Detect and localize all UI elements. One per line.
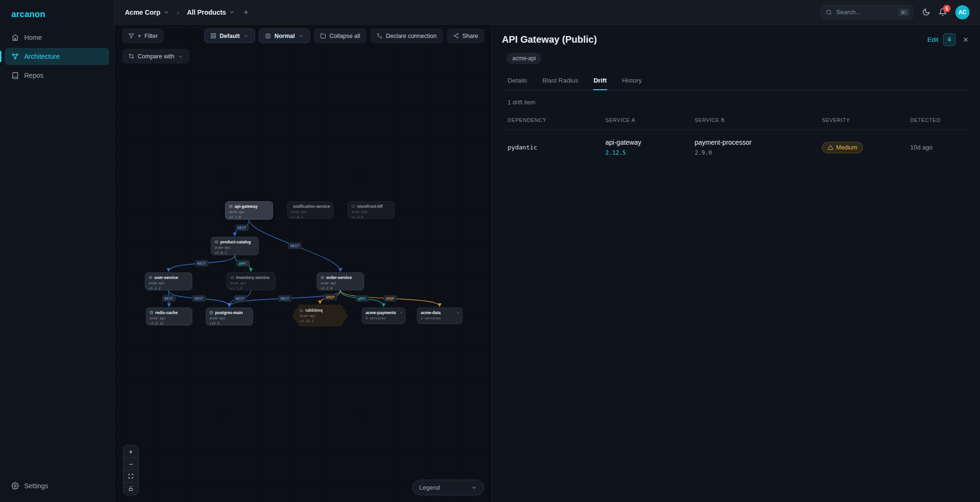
node-rabbitmq[interactable]: rabbitmqacme-apiv3.12.1 (292, 305, 348, 326)
warning-icon (828, 145, 833, 150)
node-inventory-service[interactable]: inventory-serviceacme-apiv1.1.0 (226, 272, 275, 290)
edge-label-api-gateway-product-catalog[interactable]: REST (235, 225, 248, 231)
zoom-in-button[interactable]: + (123, 446, 138, 458)
sidebar-item-architecture[interactable]: Architecture (5, 48, 109, 65)
plus-icon: + (138, 33, 141, 39)
edge-label-order-service-rabbitmq[interactable]: AMQP (323, 294, 337, 300)
close-panel-button[interactable]: ✕ (961, 34, 971, 46)
breadcrumb-org[interactable]: Acme Corp (125, 9, 170, 16)
database-icon (150, 311, 153, 315)
notifications-button[interactable]: 5 (939, 8, 947, 16)
node-postgres-main[interactable]: postgres-mainacme-apiv15.3 (206, 307, 253, 325)
chevron-right-icon: › (400, 310, 402, 315)
node-acme-payments[interactable]: acme-payments›2 services (362, 307, 405, 324)
edge-label-inventory-service-postgres-main[interactable]: REST (234, 296, 247, 302)
avatar[interactable]: AC (955, 5, 970, 19)
severity-cell: Medium (822, 142, 910, 153)
search-input[interactable] (836, 9, 895, 16)
search-bar[interactable]: ⌘/ (820, 5, 914, 19)
breadcrumb-org-label: Acme Corp (125, 9, 160, 16)
dependency-cell: pydantic (508, 144, 605, 151)
edge-label-product-catalog-inventory-service[interactable]: gRPC (236, 260, 249, 267)
edge-label-order-service-acme-payments[interactable]: gRPC (355, 296, 368, 302)
edge-label-api-gateway-order-service[interactable]: REST (288, 242, 302, 249)
lock-button[interactable] (123, 483, 138, 495)
legend-toggle[interactable]: Legend (412, 480, 484, 495)
layout-select[interactable]: Default (204, 28, 255, 43)
service-a-version: 2.12.5 (605, 149, 695, 156)
node-api-gateway[interactable]: api-gatewayacme-apiv2.1.0 (225, 201, 273, 220)
node-namespace: acme-api (291, 210, 330, 214)
moon-icon (922, 8, 930, 16)
node-namespace: acme-api (300, 314, 340, 318)
branch-icon (377, 33, 383, 39)
node-namespace: acme-api (209, 316, 249, 320)
server-icon (229, 205, 233, 208)
architecture-canvas[interactable]: + Filter Default Normal (114, 25, 492, 502)
node-order-service[interactable]: order-serviceacme-apiv2.2.0 (317, 272, 364, 290)
dark-mode-toggle[interactable] (922, 8, 930, 16)
edge-label-user-service-redis-cache[interactable]: REST (162, 296, 175, 302)
tab-details[interactable]: Details (507, 73, 528, 90)
sidebar-item-label: Home (24, 34, 42, 41)
sidebar-item-repos[interactable]: Repos (5, 67, 109, 84)
architecture-icon (11, 53, 19, 60)
node-namespace: acme-api (215, 246, 255, 250)
node-version: v1.0.3 (291, 215, 330, 219)
share-button[interactable]: Share (447, 28, 484, 43)
column-header: SERVICE B (695, 117, 822, 123)
node-namespace: acme-api (150, 316, 188, 320)
compare-with-button[interactable]: Compare with (122, 49, 189, 64)
panel-title: API Gateway (Public) (502, 34, 597, 45)
node-user-service[interactable]: user-serviceacme-apiv1.4.2 (145, 272, 192, 290)
chevron-down-icon (243, 33, 249, 39)
sidebar-item-settings[interactable]: Settings (5, 477, 109, 494)
drift-table-row[interactable]: pydantic api-gateway 2.12.5 payment-proc… (502, 130, 971, 166)
filter-label: Filter (144, 33, 158, 39)
edit-button[interactable]: Edit (927, 36, 938, 43)
namespace-tag: acme-api (507, 53, 541, 64)
density-select[interactable]: Normal (259, 28, 310, 43)
search-shortcut: ⌘/ (898, 9, 909, 16)
node-version: v3.12.1 (300, 319, 340, 323)
home-icon (11, 34, 19, 41)
database-icon (209, 311, 213, 315)
tab-blast-radius[interactable]: Blast Radius (542, 73, 579, 90)
breadcrumb-product[interactable]: All Products (187, 9, 235, 16)
fit-view-button[interactable] (123, 470, 138, 483)
edge-label-order-service-acme-data[interactable]: AMQP (383, 296, 396, 302)
tab-drift[interactable]: Drift (593, 73, 607, 90)
node-acme-data[interactable]: acme-data›2 services (417, 307, 462, 324)
filter-button[interactable]: + Filter (122, 28, 164, 43)
edge-label-product-catalog-user-service[interactable]: REST (195, 260, 208, 267)
layout-grid-icon (210, 33, 217, 39)
node-version: v3.0.1 (215, 251, 255, 255)
pin-button[interactable] (943, 33, 956, 46)
pin-icon (946, 37, 952, 43)
node-redis-cache[interactable]: redis-cacheacme-apiv7.0.12 (146, 307, 192, 325)
node-title: notification-service (293, 204, 330, 209)
queue-icon (300, 308, 303, 312)
edge-label-order-service-postgres-main[interactable]: REST (278, 296, 292, 302)
sidebar-item-label: Architecture (24, 53, 60, 60)
zoom-out-button[interactable]: − (123, 458, 138, 470)
node-notification-service[interactable]: notification-serviceacme-apiv1.0.3 (287, 201, 333, 219)
share-label: Share (462, 33, 478, 39)
edge-label-user-service-postgres-main[interactable]: REST (192, 296, 206, 302)
service-a-name: api-gateway (605, 139, 695, 146)
node-product-catalog[interactable]: product-catalogacme-apiv3.0.1 (211, 237, 259, 255)
sidebar-item-home[interactable]: Home (5, 29, 109, 46)
add-product-button[interactable]: + (240, 8, 252, 17)
declare-connection-button[interactable]: Declare connection (370, 28, 443, 43)
tab-history[interactable]: History (622, 73, 642, 90)
column-header: SERVICE A (605, 117, 695, 123)
node-title: order-service (326, 275, 352, 280)
compare-icon (128, 53, 134, 59)
monitor-icon (351, 205, 355, 208)
declare-connection-label: Declare connection (386, 33, 437, 39)
zoom-controls: + − (123, 445, 139, 495)
collapse-all-button[interactable]: Collapse all (314, 28, 367, 43)
node-storefront-bff[interactable]: storefront-bffacme-webv1.2.0 (348, 201, 395, 219)
node-version: v2.2.0 (320, 287, 360, 290)
detected-cell: 10d ago (910, 144, 971, 151)
